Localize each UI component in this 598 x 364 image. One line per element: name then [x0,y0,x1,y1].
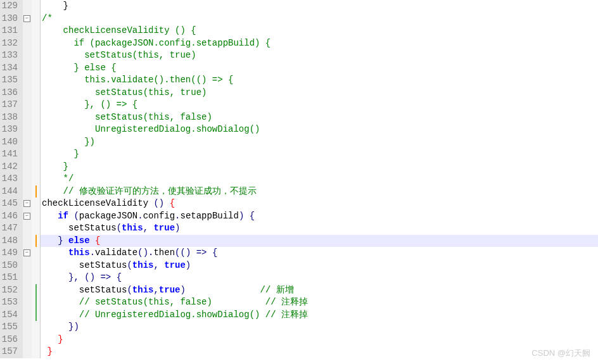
code-line[interactable]: checkLicenseValidity () { [41,25,598,37]
code-token: } [58,235,63,246]
code-line[interactable]: */ [41,173,598,185]
line-number: 131 [0,25,18,37]
line-number: 130 [0,13,18,25]
code-token [42,334,58,344]
code-token: () [153,198,164,208]
code-line[interactable]: setStatus(this, true) [41,260,598,272]
code-token: // UnregisteredDialog.showDialog() // 注释… [79,310,308,320]
code-token: ( [73,211,79,221]
line-number: 155 [0,321,18,334]
code-token: config [143,211,175,221]
line-number: 137 [0,99,18,111]
code-token: setStatus(this, false) [42,112,212,122]
line-number: 148 [0,235,18,248]
code-token: }, () => { [42,99,137,110]
change-bar [35,284,37,322]
code-editor[interactable]: 1291301311321331341351361371381391401411… [0,0,598,358]
code-token: (( [175,248,186,258]
code-token [207,248,212,258]
code-line[interactable]: } else { [41,62,598,75]
fold-marker-icon[interactable]: − [23,249,30,256]
code-area[interactable]: }/* checkLicenseValidity () { if (packag… [41,0,598,358]
code-line[interactable]: setStatus(this, false) [41,111,598,124]
code-line[interactable]: checkLicenseValidity () { [41,198,598,210]
fold-column[interactable]: −−−− [23,0,32,358]
line-number: 157 [0,346,18,358]
code-token [90,235,95,246]
code-token [186,285,260,295]
code-token: checkLicenseValidity [42,198,153,208]
code-line[interactable]: } [41,0,598,13]
code-token: this [132,260,154,270]
code-line[interactable]: setStatus(this, true) [41,222,598,235]
code-token: . [175,211,180,221]
code-token: if [58,211,68,221]
code-line[interactable]: } [41,148,598,161]
code-token: { [250,211,255,221]
code-token: => [196,248,207,258]
code-line[interactable]: }, () => { [41,272,598,284]
code-line[interactable]: }) [41,321,598,334]
fold-marker-icon[interactable]: − [23,200,30,207]
code-token: { [212,248,217,258]
code-token: } [42,1,68,11]
code-token [191,248,196,258]
code-token: setStatus [42,260,127,270]
code-token: . [90,248,95,258]
code-token: setStatus(this, true) [42,87,207,97]
code-token: validate [95,248,137,258]
line-number: 156 [0,334,18,346]
line-number: 132 [0,37,18,50]
code-line[interactable]: // 修改验证许可的方法，使其验证成功，不提示 [41,185,598,198]
code-token: => [100,272,111,282]
code-line[interactable]: }) [41,136,598,149]
code-token: this.validate().then(() => { [42,75,233,85]
code-token [244,211,249,221]
code-token: then [153,248,175,258]
code-token [42,211,58,221]
code-line[interactable]: } [41,334,598,346]
code-line[interactable]: /* [41,13,598,25]
code-line[interactable]: setStatus(this,true) // 新增 [41,284,598,297]
code-line[interactable]: }, () => { [41,99,598,111]
code-token [42,297,79,307]
code-line[interactable]: // UnregisteredDialog.showDialog() // 注释… [41,309,598,322]
line-number: 138 [0,111,18,124]
code-token: ) [180,285,185,295]
change-bar [35,185,37,198]
code-token [159,260,164,270]
code-line[interactable]: // setStatus(this, false) // 注释掉 [41,296,598,309]
code-token: this [122,223,143,233]
code-line[interactable]: if (packageJSON.config.setappBuild) { [41,37,598,50]
code-token: checkLicenseValidity () { [42,25,196,35]
code-line[interactable]: } [41,346,598,358]
code-line[interactable]: UnregisteredDialog.showDialog() [41,123,598,136]
line-number: 139 [0,123,18,136]
fold-marker-icon[interactable]: − [23,213,30,220]
code-token [111,272,116,282]
code-token: (). [137,248,153,258]
code-token: } [42,149,79,159]
line-number-gutter: 1291301311321331341351361371381391401411… [0,0,23,358]
line-number: 153 [0,296,18,309]
code-line[interactable]: } [41,161,598,173]
code-token: () [84,272,95,282]
code-token: // 修改验证许可的方法，使其验证成功，不提示 [42,186,257,196]
line-number: 150 [0,260,18,272]
code-token [63,235,68,246]
code-token: , [153,285,158,295]
code-token: true [159,285,181,295]
code-line[interactable]: if (packageJSON.config.setappBuild) { [41,210,598,223]
code-line[interactable]: setStatus(this, true) [41,87,598,99]
code-line[interactable]: setStatus(this, true) [41,49,598,62]
fold-marker-icon[interactable]: − [23,15,30,22]
code-token: this [68,248,90,258]
line-number: 152 [0,284,18,297]
code-token [42,272,68,282]
code-line[interactable]: this.validate().then(() => { [41,247,598,260]
code-line[interactable]: this.validate().then(() => { [41,74,598,87]
line-number: 145 [0,198,18,210]
line-number: 143 [0,173,18,185]
line-number: 146 [0,210,18,223]
code-line[interactable]: } else { [41,235,598,248]
